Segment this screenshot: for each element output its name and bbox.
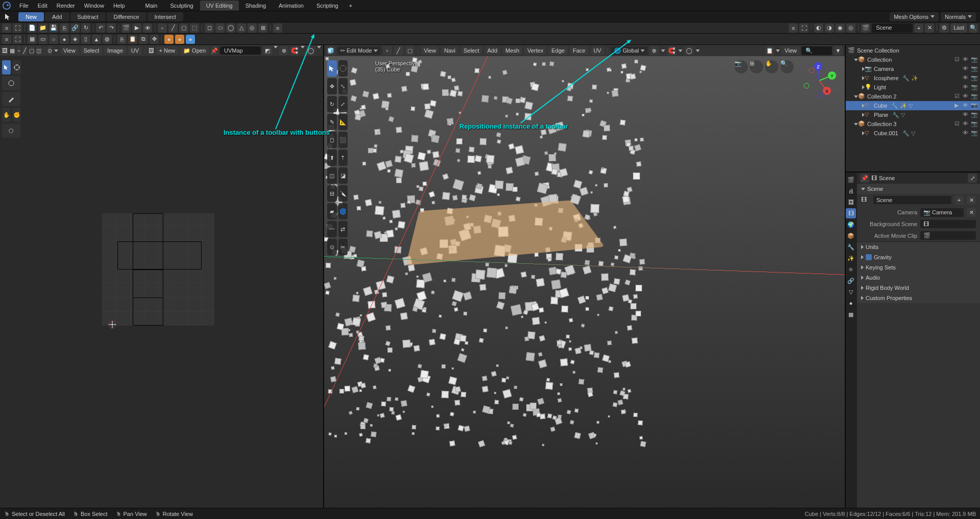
scene-list-icon[interactable]: 📋	[765, 46, 774, 55]
menu-icon[interactable]: ≡	[2, 23, 11, 33]
uv-pivot-icon[interactable]: ⊕	[279, 46, 288, 55]
bool-new[interactable]: New	[18, 12, 44, 21]
perspective-toggle-icon[interactable]: ⊞	[750, 60, 763, 73]
shape-cylinder-icon[interactable]: ⬭	[215, 23, 225, 33]
workspace-animation[interactable]: Animation	[273, 1, 310, 11]
shape-sphere-icon[interactable]: ◯	[226, 23, 235, 33]
vp-tool-select[interactable]	[327, 60, 337, 77]
material-3-icon[interactable]: ●	[186, 35, 195, 44]
vp-tool-loop-cut[interactable]: ⊟	[327, 185, 337, 202]
eye-icon[interactable]: 👁	[963, 65, 970, 72]
render-icon[interactable]: 📷	[971, 75, 978, 82]
fullscreen-icon[interactable]: ⛶	[13, 23, 22, 33]
checkbox-icon[interactable]: ☑	[954, 56, 962, 63]
vp-menu-uv[interactable]: UV	[591, 46, 604, 55]
add-icon[interactable]: +	[954, 195, 964, 205]
move-icon[interactable]: ✥	[150, 35, 159, 44]
zoom-icon[interactable]: 🔍	[780, 60, 794, 73]
vp-tool-knife[interactable]: 🔪	[338, 185, 348, 202]
pin-icon[interactable]: 📌	[860, 174, 869, 183]
filter-icon[interactable]: ▼	[834, 46, 843, 55]
mesh-cone-icon[interactable]: ▲	[92, 35, 101, 44]
vp-tool-edge-slide[interactable]: ⇄	[338, 221, 348, 237]
uv-open-button[interactable]: 📁 Open	[180, 46, 209, 55]
mesh-ico-icon[interactable]: ◈	[70, 35, 80, 44]
vp-tool-smooth[interactable]: 〰	[327, 221, 337, 237]
vp-menu-vertex[interactable]: Vertex	[524, 46, 546, 55]
bool-add[interactable]: Add	[45, 12, 69, 21]
uv-snap-icon[interactable]: ⊙	[47, 46, 52, 55]
gravity-checkbox[interactable]	[866, 254, 872, 260]
scene-view-icon[interactable]: 🎬	[861, 23, 870, 33]
render-icon[interactable]: 📷	[971, 65, 978, 72]
remove-icon[interactable]: ✕	[967, 208, 976, 217]
ptab-scene[interactable]: 🎞	[846, 208, 856, 218]
vp-tool-cursor[interactable]	[338, 60, 348, 77]
uv-tool-annotate[interactable]	[2, 92, 20, 106]
eye-icon[interactable]: 👁	[963, 56, 970, 63]
duplicate-icon[interactable]: ⧉	[139, 35, 148, 44]
eye-icon[interactable]: 👁	[963, 111, 970, 118]
uv-menu-view[interactable]: View	[60, 46, 79, 55]
props-section-scene-hdr[interactable]: Scene	[857, 184, 980, 194]
new-file-icon[interactable]: 📄	[28, 23, 37, 33]
tree-cube[interactable]: ▽ Cube 🔧 ✨ ▽ ▶👁📷	[846, 101, 980, 110]
vp-menu-add[interactable]: Add	[484, 46, 501, 55]
copy-icon[interactable]: ⎘	[117, 35, 127, 44]
scene-name-field[interactable]: Scene	[873, 196, 951, 204]
pan-icon[interactable]: ✋	[765, 60, 778, 73]
vp-tool-move[interactable]: ✥	[327, 78, 337, 94]
vp-tool-transform[interactable]: ⤡	[338, 78, 348, 94]
display-mode-2-icon[interactable]: ◑	[825, 23, 834, 33]
checkbox-icon[interactable]: ☑	[954, 93, 962, 100]
props-section-audio[interactable]: Audio	[857, 273, 980, 283]
props-section-units[interactable]: Units	[857, 242, 980, 252]
render-icon[interactable]: 📷	[971, 130, 978, 137]
eye-icon[interactable]: 👁	[963, 93, 970, 100]
3d-viewport[interactable]: 🧊 ✏ Edit Mode ▫ ╱ ▢ View Navi Select Add…	[324, 45, 845, 508]
vp-menu-view[interactable]: View	[421, 46, 439, 55]
eye-icon[interactable]: 👁	[963, 102, 970, 109]
uv-select-vert-icon[interactable]: ▫	[17, 46, 21, 55]
menu-render[interactable]: Render	[53, 1, 79, 10]
mesh-circle-icon[interactable]: ○	[49, 35, 58, 44]
link-icon[interactable]: 🔗	[70, 23, 80, 33]
uv-new-button[interactable]: + New	[156, 46, 179, 55]
navigation-gizmo[interactable]: Y X Z	[799, 60, 840, 101]
uv-tool-pinch[interactable]: ⬠	[2, 123, 20, 138]
menu-icon[interactable]: ≡	[789, 23, 798, 33]
shape-torus-icon[interactable]: ◎	[248, 23, 257, 33]
uv-select-face-icon[interactable]: ▢	[29, 46, 34, 55]
vp-menu-select[interactable]: Select	[460, 46, 482, 55]
add-scene-icon[interactable]: +	[914, 23, 923, 33]
uv-tool-select[interactable]	[2, 60, 11, 75]
vp-tool-measure[interactable]: 📐	[338, 114, 348, 130]
viewport-3d-canvas[interactable]	[324, 56, 845, 508]
outliner-menu-view[interactable]: View	[781, 46, 800, 55]
vp-tool-bevel[interactable]: ◪	[338, 167, 348, 184]
redo-icon[interactable]: ↷	[107, 23, 116, 33]
vp-menu-edge[interactable]: Edge	[548, 46, 568, 55]
camera-field[interactable]: 📷 Camera	[920, 208, 964, 217]
uv-tool-grab[interactable]: ✊	[12, 108, 21, 122]
ptab-output[interactable]: 🖨	[846, 186, 856, 196]
select-uv-icon[interactable]: ⬚	[190, 23, 199, 33]
select-icon[interactable]: ▶	[954, 102, 962, 109]
uv-tool-move[interactable]	[2, 76, 20, 90]
material-1-icon[interactable]: ●	[164, 35, 174, 44]
ptab-viewlayer[interactable]: 🖼	[846, 197, 856, 207]
vp-tool-shrink[interactable]: ⊙	[327, 239, 337, 255]
select-face-icon[interactable]: ▢	[179, 23, 188, 33]
menu-file[interactable]: File	[15, 1, 33, 10]
clip-field[interactable]: 🎬	[920, 231, 976, 240]
mode-dropdown[interactable]: ✏ Edit Mode	[337, 46, 381, 55]
uv-select-island-icon[interactable]: ◫	[36, 46, 41, 55]
remove-icon[interactable]: ✕	[967, 195, 976, 205]
ptab-mesh[interactable]: ▽	[846, 287, 856, 297]
last-button[interactable]: Last	[950, 23, 967, 33]
render-icon[interactable]: 📷	[971, 120, 978, 128]
vp-tool-spin[interactable]: 🌀	[338, 203, 348, 219]
uv-overlay-icon[interactable]: ◩	[263, 46, 272, 55]
select-mode-edge-icon[interactable]: ╱	[394, 46, 403, 55]
vp-tool-extrude[interactable]: ⬆	[327, 150, 337, 166]
